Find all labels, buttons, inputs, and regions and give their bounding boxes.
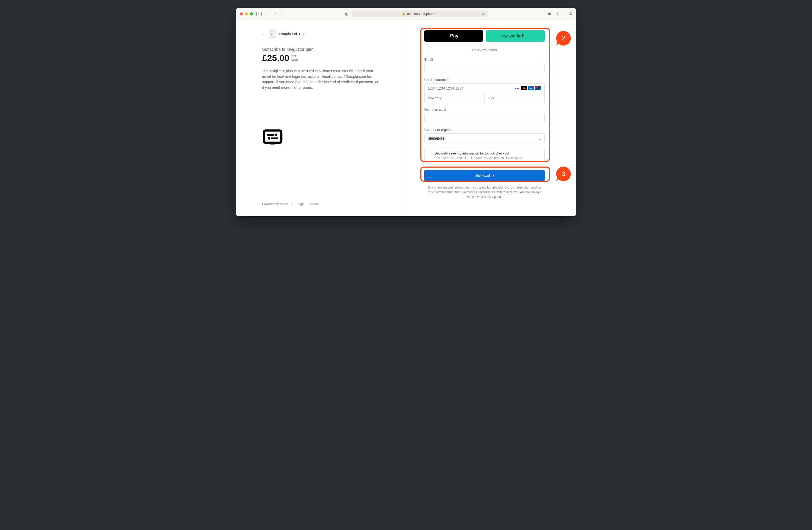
payment-form-panel: Pay Pay with link → Or pay with card Ema… [406, 20, 576, 216]
card-expiry-input[interactable] [424, 93, 485, 103]
terms-text: By confirming your subscription, you all… [424, 185, 545, 199]
svg-point-3 [275, 134, 277, 136]
tabs-overview-icon[interactable]: ⧉ [569, 12, 572, 16]
close-window-button[interactable] [240, 12, 243, 15]
card-cvc-input[interactable] [485, 93, 545, 103]
card-info-label: Card information [424, 78, 545, 82]
back-arrow-icon: ← [262, 32, 266, 37]
link-logo-icon: link [517, 33, 524, 39]
unionpay-icon [535, 86, 541, 90]
merchant-name: Lompla Ltd. UK [279, 32, 304, 36]
svg-rect-0 [264, 130, 281, 143]
save-info-title: Securely save my information for 1-click… [435, 151, 523, 155]
amex-icon: AM [528, 86, 534, 90]
apple-pay-button[interactable]: Pay [424, 30, 483, 42]
pay-with-card-divider: Or pay with card [424, 48, 545, 52]
price: £25.00 [262, 53, 289, 63]
minimize-window-button[interactable] [245, 12, 248, 15]
footer: Powered by stripe Legal Contact [262, 202, 319, 206]
divider [292, 202, 292, 206]
email-label: Email [424, 58, 545, 61]
card-number-input[interactable] [424, 84, 514, 93]
url-text: checkout.stripe.com [407, 12, 437, 16]
maximize-window-button[interactable] [250, 12, 253, 15]
new-tab-icon[interactable]: + [563, 12, 565, 16]
share-icon[interactable]: ⇧ [555, 11, 559, 16]
window-controls [240, 12, 253, 15]
powered-by: Powered by stripe [262, 202, 288, 206]
arrow-right-icon: → [525, 34, 529, 38]
email-input[interactable] [424, 63, 545, 73]
plan-name: Subscribe to Invigilator plan [262, 47, 380, 52]
annotation-badge-3: 3 [556, 167, 571, 181]
link-pay-button[interactable]: Pay with link → [486, 30, 545, 42]
save-info-checkbox[interactable] [428, 152, 432, 156]
browser-toolbar: ⌄ 〈 〉 ◐ 🔒 checkout.stripe.com ⟳ ⊕ ⇧ + ⧉ [236, 8, 576, 20]
address-bar[interactable]: 🔒 checkout.stripe.com ⟳ [352, 11, 488, 17]
billing-period: per year [291, 54, 298, 62]
name-on-card-input[interactable] [424, 113, 545, 123]
legal-link[interactable]: Legal [296, 202, 304, 206]
lock-icon: 🔒 [402, 12, 405, 15]
chevron-down-icon[interactable]: ⌄ [265, 12, 267, 15]
subscribe-button[interactable]: Subscribe [424, 170, 545, 181]
sidebar-toggle-icon[interactable] [256, 12, 262, 16]
visa-icon: VISA [514, 86, 520, 90]
country-select[interactable]: Singapore [424, 133, 545, 143]
card-brand-icons: VISA AM [514, 86, 541, 90]
annotation-badge-2: 2 [556, 31, 571, 45]
save-info-box[interactable]: Securely save my information for 1-click… [424, 148, 545, 163]
svg-rect-5 [270, 143, 275, 144]
back-button[interactable]: 〈 [273, 11, 277, 16]
back-to-merchant[interactable]: ← ▭ Lompla Ltd. UK [262, 30, 380, 38]
forward-button[interactable]: 〉 [280, 11, 285, 16]
name-on-card-label: Name on card [424, 108, 545, 112]
svg-point-4 [268, 137, 271, 140]
mastercard-icon [521, 86, 527, 90]
save-info-subtitle: Pay faster on Lompla Ltd. UK and everywh… [435, 156, 523, 160]
downloads-icon[interactable]: ⊕ [548, 11, 551, 16]
contact-link[interactable]: Contact [309, 202, 319, 206]
plan-description: The invigilator plan can be used in 5 ro… [262, 68, 380, 90]
checkout-page: ← ▭ Lompla Ltd. UK Subscribe to Invigila… [236, 20, 576, 216]
product-summary-panel: ← ▭ Lompla Ltd. UK Subscribe to Invigila… [236, 20, 406, 216]
country-label: Country or region [424, 128, 545, 132]
product-image-icon [262, 127, 380, 148]
browser-window: ⌄ 〈 〉 ◐ 🔒 checkout.stripe.com ⟳ ⊕ ⇧ + ⧉ … [236, 8, 576, 216]
refresh-icon[interactable]: ⟳ [482, 12, 485, 16]
privacy-shield-icon[interactable]: ◐ [345, 11, 348, 16]
merchant-logo-icon: ▭ [269, 30, 276, 38]
